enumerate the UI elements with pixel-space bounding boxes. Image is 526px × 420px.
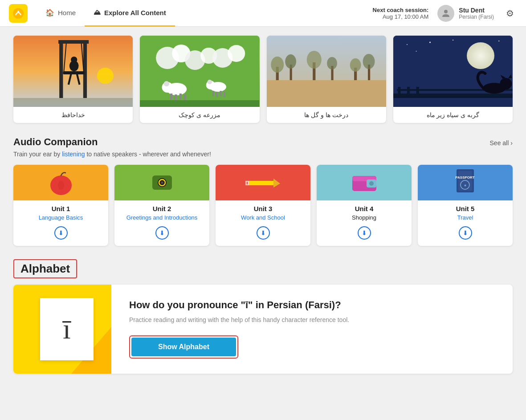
unit-5-number: Unit 5 [422, 205, 508, 212]
main-content: خداحافظ [0, 27, 526, 396]
unit-1-body: Unit 1 Language Basics ⬇ [13, 200, 108, 246]
unit-5-image: PASSPORT ★ [418, 165, 513, 200]
svg-point-32 [208, 80, 212, 84]
unit-card-4: Unit 4 Shopping ⬇ [317, 165, 412, 246]
svg-rect-6 [58, 40, 89, 44]
image-card-3: درخت ها و گل ها [267, 36, 386, 123]
svg-rect-60 [393, 94, 513, 98]
show-alphabet-button[interactable]: Show Alphabet [131, 338, 236, 356]
home-icon: 🏠 [45, 8, 54, 17]
header-right: Next coach session: Aug 17, 10:00 AM Stu… [373, 5, 517, 22]
alphabet-visual: ī [13, 285, 111, 374]
coach-session-time: Aug 17, 10:00 AM [373, 13, 429, 20]
svg-rect-26 [170, 94, 172, 100]
svg-point-58 [498, 41, 499, 41]
svg-point-59 [467, 42, 494, 69]
svg-rect-36 [224, 92, 225, 97]
svg-text:★: ★ [464, 183, 467, 188]
unit-2-image [114, 165, 209, 200]
svg-rect-27 [175, 94, 177, 101]
show-alphabet-btn-wrapper: Show Alphabet [129, 335, 238, 359]
app-header: 🏠 Home ⛰ Explore All Content Next coach … [0, 0, 526, 27]
alphabet-heading: Alphabet [20, 262, 70, 275]
user-name: Stu Dent [459, 7, 494, 14]
desc-highlight: listening [62, 151, 85, 158]
unit-card-3: Unit 3 Work and School ⬇ [216, 165, 310, 246]
main-nav: 🏠 Home ⛰ Explore All Content [37, 0, 175, 27]
settings-icon[interactable]: ⚙ [503, 6, 517, 20]
svg-rect-29 [184, 94, 186, 101]
svg-point-83 [369, 181, 374, 186]
image-cards-row: خداحافظ [13, 36, 513, 123]
svg-point-47 [327, 57, 337, 69]
svg-point-0 [13, 8, 24, 19]
svg-rect-16 [140, 36, 259, 107]
svg-rect-34 [216, 92, 218, 97]
unit-card-1: Unit 1 Language Basics ⬇ [13, 165, 108, 246]
unit-card-5: PASSPORT ★ Unit 5 Travel ⬇ [418, 165, 513, 246]
image-card-3-label: درخت ها و گل ها [267, 107, 386, 123]
unit-5-name: Travel [422, 214, 508, 222]
unit-1-image [13, 165, 108, 200]
user-details: Stu Dent Persian (Farsi) [459, 7, 494, 20]
svg-point-70 [58, 181, 64, 190]
unit-1-name: Language Basics [18, 214, 104, 222]
nav-home[interactable]: 🏠 Home [37, 0, 85, 27]
app-logo [9, 4, 28, 23]
image-card-4-label: گربه ی سیاه زیر ماه [393, 107, 513, 123]
alphabet-section: Alphabet ī How do you pronounce "ī" in P… [13, 259, 513, 374]
unit-2-number: Unit 2 [119, 205, 205, 212]
svg-point-11 [71, 57, 77, 63]
nav-explore[interactable]: ⛰ Explore All Content [85, 0, 175, 27]
image-2 [140, 36, 259, 107]
unit-2-download[interactable]: ⬇ [155, 226, 169, 240]
audio-companion-section: Audio Companion See all › Train your ear… [13, 136, 513, 246]
see-all-chevron: › [510, 139, 513, 147]
alphabet-description: Practice reading and writing with the he… [129, 315, 495, 325]
alphabet-content: How do you pronounce "ī" in Persian (Far… [111, 286, 513, 372]
avatar [437, 5, 454, 22]
nav-explore-label: Explore All Content [104, 9, 166, 16]
svg-rect-62 [407, 87, 410, 98]
unit-4-name: Shopping [321, 214, 407, 222]
alphabet-card: ī How do you pronounce "ī" in Persian (F… [13, 285, 513, 374]
unit-1-download[interactable]: ⬇ [54, 226, 68, 240]
alphabet-heading-box: Alphabet [13, 259, 77, 278]
image-card-2-label: مزرعه ی کوچک [140, 107, 259, 123]
image-1 [13, 36, 133, 107]
svg-rect-33 [212, 91, 214, 96]
image-4 [393, 36, 513, 107]
svg-point-22 [228, 45, 245, 62]
svg-point-41 [271, 57, 284, 73]
coach-session-label: Next coach session: [373, 7, 429, 13]
audio-companion-title: Audio Companion [13, 136, 98, 148]
svg-rect-85 [458, 171, 472, 191]
svg-rect-79 [247, 182, 248, 184]
svg-marker-77 [273, 179, 280, 188]
image-card-1-label: خداحافظ [13, 107, 133, 123]
unit-5-download[interactable]: ⬇ [459, 226, 472, 240]
svg-point-43 [285, 54, 296, 69]
svg-rect-61 [398, 87, 400, 98]
user-lang: Persian (Farsi) [459, 14, 494, 20]
svg-point-56 [416, 51, 416, 52]
svg-rect-28 [179, 94, 182, 100]
unit-4-download[interactable]: ⬇ [358, 226, 371, 240]
see-all-button[interactable]: See all › [490, 139, 513, 147]
svg-point-74 [161, 182, 163, 183]
user-info: Stu Dent Persian (Farsi) [437, 5, 494, 22]
unit-2-body: Unit 2 Greetings and Introductions ⬇ [114, 200, 209, 246]
audio-companion-desc: Train your ear by listening to native sp… [13, 151, 513, 158]
unit-card-2: Unit 2 Greetings and Introductions ⬇ [114, 165, 209, 246]
svg-point-51 [363, 54, 375, 69]
alphabet-char-box: ī [40, 298, 94, 360]
explore-icon: ⛰ [94, 8, 101, 16]
unit-3-download[interactable]: ⬇ [257, 226, 270, 240]
svg-point-66 [500, 78, 512, 90]
unit-cards-row: Unit 1 Language Basics ⬇ [13, 165, 513, 246]
unit-1-number: Unit 1 [18, 205, 104, 212]
image-card-1: خداحافظ [13, 36, 133, 123]
section-header: Audio Companion See all › [13, 136, 513, 148]
nav-home-label: Home [58, 9, 76, 16]
alphabet-question: How do you pronounce "ī" in Persian (Far… [129, 299, 495, 311]
